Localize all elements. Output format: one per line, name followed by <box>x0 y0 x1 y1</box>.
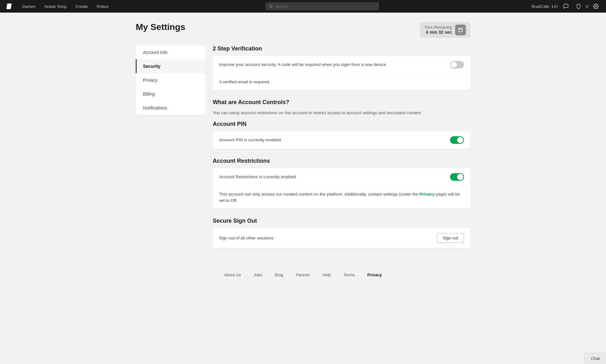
search-input[interactable] <box>275 4 376 9</box>
settings-icon-btn[interactable] <box>591 1 601 11</box>
two-step-toggle-thumb <box>451 62 457 68</box>
account-controls-title: What are Account Controls? <box>213 99 470 106</box>
sidebar-item-security[interactable]: Security <box>136 59 205 73</box>
page-wrapper: My Settings Time Remaining 4 min 32 sec … <box>129 13 477 293</box>
account-restrictions-toggle[interactable] <box>450 173 464 181</box>
secure-signout-title: Secure Sign Out <box>213 218 470 224</box>
secure-signout-card: Sign out of all other sessions Sign out <box>213 228 470 248</box>
username-label: BradCafe: 13+ <box>532 4 558 9</box>
sidebar-item-notifications[interactable]: Notifications <box>136 101 205 115</box>
time-remaining-label: Time Remaining <box>425 25 452 30</box>
svg-rect-1 <box>459 28 462 32</box>
sidebar: Account Info Security Privacy Billing No… <box>136 45 205 115</box>
account-restrictions-card: Account Restrictions is currently enable… <box>213 168 470 209</box>
two-step-title: 2 Step Verification <box>213 45 470 52</box>
nav-right: BradCafe: 13+ 0 <box>532 1 601 11</box>
robux-count: 0 <box>586 4 588 9</box>
account-controls-desc: You can setup account restrictions on th… <box>213 109 470 116</box>
topnav: Games Avatar Shop Create Robux BradCafe:… <box>0 0 606 13</box>
time-remaining-value: 4 min 32 sec <box>425 30 452 35</box>
nav-avatar-shop[interactable]: Avatar Shop <box>40 0 71 13</box>
sidebar-item-billing[interactable]: Billing <box>136 87 205 101</box>
two-step-description: Improve your account security. A code wi… <box>219 62 450 68</box>
account-pin-title: Account PIN <box>213 121 470 127</box>
account-restrictions-toggle-row: Account Restrictions is currently enable… <box>213 168 470 186</box>
main-content: 2 Step Verification Improve your account… <box>205 45 470 257</box>
footer-about[interactable]: About Us <box>224 273 241 277</box>
account-restrictions-note-row: This account can only access our curated… <box>213 186 470 209</box>
content-area: Account Info Security Privacy Billing No… <box>136 45 470 257</box>
sidebar-item-account-info[interactable]: Account Info <box>136 45 205 59</box>
footer-parents[interactable]: Parents <box>296 273 310 277</box>
search-area <box>113 2 532 10</box>
account-pin-row: Account PIN is currently enabled <box>213 131 470 149</box>
account-pin-toggle-thumb <box>457 137 463 143</box>
footer-terms[interactable]: Terms <box>343 273 354 277</box>
account-pin-card: Account PIN is currently enabled <box>213 131 470 149</box>
time-icon <box>455 25 466 35</box>
account-restrictions-title: Account Restrictions <box>213 158 470 164</box>
two-step-note-row: A verified email is required. <box>213 74 470 90</box>
nav-games[interactable]: Games <box>18 0 40 13</box>
two-step-toggle[interactable] <box>450 61 464 68</box>
two-step-card: Improve your account security. A code wi… <box>213 56 470 90</box>
svg-point-0 <box>595 6 597 7</box>
time-remaining-text: Time Remaining 4 min 32 sec <box>425 25 452 35</box>
time-remaining-box: Time Remaining 4 min 32 sec <box>420 22 470 38</box>
page-title: My Settings <box>136 22 185 32</box>
footer-help[interactable]: Help <box>323 273 331 277</box>
secure-signout-row: Sign out of all other sessions Sign out <box>213 228 470 248</box>
privacy-link[interactable]: Privacy <box>419 192 435 197</box>
nav-create[interactable]: Create <box>71 0 92 13</box>
footer-blog[interactable]: Blog <box>275 273 283 277</box>
footer: About Us Jobs Blog Parents Help Terms Pr… <box>136 263 470 284</box>
nav-robux[interactable]: Robux <box>92 0 113 13</box>
page-header: My Settings Time Remaining 4 min 32 sec <box>136 22 470 38</box>
search-box <box>265 2 379 10</box>
sign-out-button[interactable]: Sign out <box>437 233 464 243</box>
two-step-note: A verified email is required. <box>219 79 464 85</box>
nav-links: Games Avatar Shop Create Robux <box>18 0 113 13</box>
account-restrictions-status: Account Restrictions is currently enable… <box>219 174 450 180</box>
account-restrictions-note: This account can only access our curated… <box>219 191 464 204</box>
sidebar-item-privacy[interactable]: Privacy <box>136 73 205 87</box>
two-step-toggle-row: Improve your account security. A code wi… <box>213 56 470 74</box>
footer-links: About Us Jobs Blog Parents Help Terms Pr… <box>136 273 470 277</box>
account-pin-status: Account PIN is currently enabled <box>219 137 450 143</box>
chat-icon-btn[interactable] <box>561 1 571 11</box>
secure-signout-description: Sign out of all other sessions <box>219 235 437 241</box>
search-icon <box>269 4 273 9</box>
account-restrictions-toggle-thumb <box>457 174 463 180</box>
shield-icon-btn[interactable] <box>573 1 584 11</box>
account-pin-toggle[interactable] <box>450 136 464 144</box>
logo[interactable] <box>5 2 14 11</box>
footer-jobs[interactable]: Jobs <box>253 273 262 277</box>
footer-privacy[interactable]: Privacy <box>367 273 382 277</box>
